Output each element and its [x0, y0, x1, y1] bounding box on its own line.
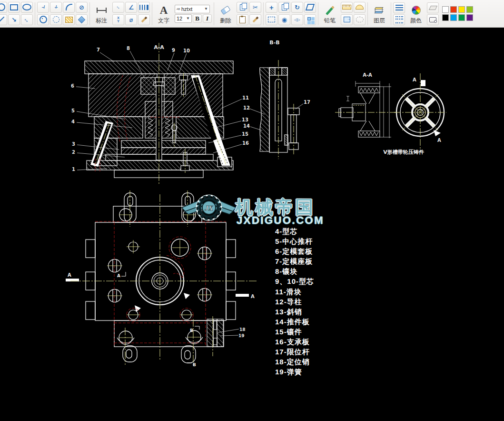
parts-list-item: 6-定模套板	[275, 246, 314, 256]
color-swatch-blue[interactable]	[450, 14, 457, 21]
svg-text:16: 16	[242, 140, 249, 146]
pencil-label: 铅笔	[324, 17, 336, 24]
hatch-tool-icon[interactable]	[63, 14, 75, 25]
small-eraser-icon[interactable]	[427, 2, 439, 13]
toolbar-group-layers: 图层	[370, 1, 389, 26]
color-button[interactable]: 颜色	[406, 1, 425, 26]
angle-dim-icon[interactable]: ∠	[125, 2, 137, 13]
parts-list-item: 11-滑块	[275, 287, 314, 297]
plan-arrow-left-label: A	[68, 272, 71, 278]
color-swatch-yellowgreen[interactable]	[466, 6, 473, 13]
font-ab-icon: ᴬᴮ	[177, 8, 180, 12]
italic-button[interactable]: I	[203, 14, 212, 23]
section-bb-title: B-B	[269, 40, 279, 46]
ellipse-tool-icon[interactable]	[21, 2, 33, 13]
arrow-line-tool-icon[interactable]: ↘	[8, 14, 20, 25]
plan-mark-b-top: B	[190, 328, 193, 333]
point-circle-tool-icon[interactable]	[37, 14, 49, 25]
format-brush-icon[interactable]	[249, 14, 261, 25]
orbit-3d-icon[interactable]	[304, 2, 316, 13]
font-size-select[interactable]: 12 ▼	[175, 14, 192, 23]
watermark-monogram: JX	[204, 204, 214, 212]
cut-icon[interactable]: ✂	[249, 2, 261, 13]
toolbar-group-transform: + ◉ ↻ ◁▷	[266, 2, 316, 26]
callout-17: 17	[304, 100, 310, 105]
mirror-icon[interactable]: ◁▷	[291, 14, 303, 25]
toolbar-group-draw: ↘ ↔	[1, 2, 33, 26]
svg-text:1: 1	[72, 167, 75, 172]
parts-list-item: 5-中心推杆	[275, 236, 314, 246]
text-button[interactable]: A 文字	[154, 1, 173, 26]
color-swatch-green[interactable]	[458, 14, 465, 21]
scale-icon[interactable]	[278, 2, 290, 13]
parts-list-item: 8-镶块	[275, 266, 314, 276]
color-label: 颜色	[410, 17, 422, 24]
protractor-icon[interactable]	[354, 2, 366, 13]
rectangle-tool-icon[interactable]	[8, 2, 20, 13]
svg-text:9: 9	[172, 48, 175, 53]
baseline-dim-icon[interactable]	[138, 2, 150, 13]
pulley-arrow-bottom-label: A	[437, 138, 441, 143]
parts-list-item: 13-斜销	[275, 307, 314, 317]
svg-text:15: 15	[242, 131, 248, 137]
coordinate-dim-icon[interactable]: XY	[112, 14, 124, 25]
color-swatch-purple[interactable]	[466, 14, 473, 21]
color-swatch-white[interactable]	[442, 6, 449, 13]
pulley-section-title: A-A	[363, 72, 372, 78]
color-swatch-yellow[interactable]	[458, 6, 465, 13]
paste-icon[interactable]	[237, 14, 248, 25]
new-frame-icon[interactable]	[266, 14, 277, 25]
toolbar-group-pencil: 铅笔	[320, 1, 366, 26]
dimension-button[interactable]: 标注	[92, 1, 111, 26]
font-family-select[interactable]: ᴬᴮhztxt ▼	[175, 5, 210, 13]
shape-style-icon[interactable]	[427, 14, 439, 25]
fill-tool-icon[interactable]	[76, 14, 88, 25]
circle-tool-icon[interactable]	[0, 2, 7, 13]
pencil-button[interactable]: 铅笔	[320, 1, 339, 26]
line-tool-icon[interactable]	[0, 14, 7, 25]
construction-line-tool-icon[interactable]: -/-	[50, 2, 62, 13]
dim-edit-icon[interactable]	[138, 14, 150, 25]
copy-icon[interactable]	[237, 2, 248, 13]
dimension-icon	[97, 4, 107, 17]
move-icon[interactable]: +	[266, 2, 277, 13]
stamp-icon[interactable]: ◉	[278, 14, 290, 25]
drawing-canvas[interactable]: A-A 7 8 9 10 6 5 4 3 2 1 11 12 13 14 15 …	[0, 28, 504, 421]
color-swatch-black[interactable]	[442, 14, 449, 21]
ruler-icon[interactable]	[341, 2, 353, 13]
layers-label: 图层	[374, 17, 385, 24]
chevron-down-icon: ▼	[186, 16, 190, 20]
parts-list-item: 12-导柱	[275, 297, 314, 307]
plan-arrow-inner-label: A	[117, 273, 120, 278]
app-window: { "toolbar": { "dimension_label": "标注", …	[0, 0, 504, 421]
array-icon[interactable]	[304, 14, 316, 25]
diameter-dim-icon[interactable]: ⌀	[125, 14, 137, 25]
rotate-icon[interactable]: ↻	[291, 2, 303, 13]
dashed-circle-tool-icon[interactable]	[50, 14, 62, 25]
line-weight-icon[interactable]	[393, 2, 405, 13]
parts-list-item: 16-支承板	[275, 337, 314, 347]
color-swatch-red[interactable]	[450, 6, 457, 13]
toolbar-group-edit: 删除 ✂	[216, 1, 261, 26]
section-aa-title: A-A	[154, 44, 164, 50]
parts-list-item: 9、10-型芯	[275, 276, 314, 286]
line-type-icon[interactable]	[393, 14, 405, 25]
aligned-dim-icon[interactable]: ↔	[112, 2, 124, 13]
watermark: JX 机械帝国 JXDIGUO.COM	[181, 189, 328, 229]
text-icon: A	[160, 4, 168, 17]
toolbar-group-text: A 文字 ᴬᴮhztxt ▼ 12 ▼ B I	[154, 1, 212, 26]
svg-text:11: 11	[242, 95, 249, 100]
eraser-icon	[221, 4, 230, 17]
centerline-tool-icon[interactable]: --/	[37, 2, 49, 13]
export-image-icon[interactable]	[341, 14, 353, 25]
pencil-icon	[329, 4, 331, 17]
chevron-down-icon: ▼	[204, 7, 208, 11]
bold-button[interactable]: B	[193, 14, 202, 23]
tangent-circle-tool-icon[interactable]: ⊘	[76, 2, 88, 13]
two-way-arrow-tool-icon[interactable]: ↔	[21, 14, 33, 25]
layers-button[interactable]: 图层	[370, 1, 389, 26]
lasso-icon[interactable]	[354, 14, 366, 25]
delete-button[interactable]: 删除	[216, 1, 235, 26]
toolbar-group-dimension: 标注 ↔ XY ∠ ⌀	[92, 1, 150, 26]
arc-tool-icon[interactable]	[63, 2, 75, 13]
